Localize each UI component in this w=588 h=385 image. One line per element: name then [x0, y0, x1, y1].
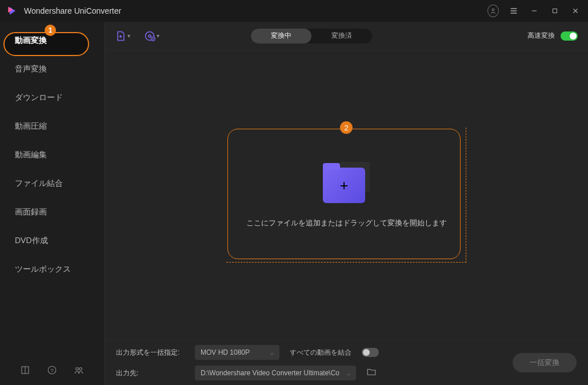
svg-point-9 — [149, 34, 151, 37]
sidebar-item-label: ファイル結合 — [15, 178, 63, 189]
user-icon — [490, 7, 497, 14]
disc-icon — [144, 30, 155, 42]
chevron-down-icon: ⌵ — [347, 370, 350, 376]
folder-icon — [366, 367, 377, 377]
sidebar-item-record[interactable]: 画面録画 — [0, 198, 104, 227]
add-file-button[interactable]: ▾ — [115, 30, 130, 42]
close-button[interactable] — [570, 5, 581, 17]
app-title: Wondershare UniConverter — [24, 6, 487, 15]
output-path-select[interactable]: D:\Wondershare Video Converter Ultimate\… — [195, 366, 356, 380]
add-file-icon — [115, 30, 126, 42]
maximize-button[interactable] — [549, 5, 561, 17]
sidebar-item-label: 動画圧縮 — [15, 121, 47, 132]
chevron-down-icon: ▾ — [127, 33, 130, 39]
sidebar-item-dvd[interactable]: DVD作成 — [0, 227, 104, 255]
svg-text:?: ? — [50, 367, 54, 374]
sidebar-item-label: DVD作成 — [15, 236, 48, 246]
sidebar-item-download[interactable]: ダウンロード — [0, 84, 104, 112]
app-logo-icon — [7, 5, 18, 17]
merge-label: すべての動画を結合 — [290, 348, 351, 358]
sidebar-item-label: ダウンロード — [15, 93, 63, 103]
sidebar-item-label: 動画変換 — [15, 35, 47, 46]
chevron-down-icon: ▾ — [157, 33, 159, 39]
sidebar-item-edit[interactable]: 動画編集 — [0, 141, 104, 169]
status-tabs: 変換中 変換済 — [251, 29, 372, 43]
sidebar-item-toolbox[interactable]: ツールボックス — [0, 255, 104, 284]
sidebar-item-audio-convert[interactable]: 音声変換 — [0, 55, 104, 84]
dropzone[interactable]: 2 + ここにファイルを追加またはドラッグして変換を開始します — [226, 128, 466, 263]
svg-rect-1 — [553, 9, 557, 13]
toolbar: ▾ ▾ 変換中 変換済 高速変換 — [105, 22, 588, 50]
book-icon — [20, 365, 30, 375]
output-path-value: D:\Wondershare Video Converter Ultimate\… — [201, 369, 339, 377]
sidebar: 1 動画変換 音声変換 ダウンロード 動画圧縮 動画編集 ファイル結合 画面録画… — [0, 22, 105, 385]
maximize-icon — [551, 7, 558, 14]
output-format-value: MOV HD 1080P — [201, 348, 250, 356]
footer: 出力形式を一括指定: MOV HD 1080P ⌵ すべての動画を結合 出力先:… — [105, 340, 588, 385]
minimize-icon — [530, 7, 538, 15]
titlebar: Wondershare UniConverter — [0, 0, 588, 22]
convert-all-button[interactable]: 一括変換 — [513, 353, 577, 372]
help-icon: ? — [47, 365, 57, 375]
tab-converting[interactable]: 変換中 — [251, 29, 311, 43]
sidebar-item-merge[interactable]: ファイル結合 — [0, 169, 104, 198]
account-button[interactable] — [487, 5, 499, 17]
step-badge-1: 1 — [45, 25, 56, 36]
add-disc-button[interactable]: ▾ — [144, 30, 159, 42]
sidebar-item-label: 音声変換 — [15, 64, 47, 74]
sidebar-item-label: ツールボックス — [15, 264, 71, 275]
output-format-label: 出力形式を一括指定: — [116, 348, 185, 358]
community-button[interactable] — [74, 365, 84, 378]
sidebar-item-label: 画面録画 — [15, 207, 47, 217]
close-icon — [571, 7, 579, 15]
hamburger-icon — [509, 6, 518, 15]
high-speed-label: 高速変換 — [527, 31, 555, 41]
output-path-label: 出力先: — [116, 368, 185, 378]
chevron-down-icon: ⌵ — [270, 350, 274, 356]
help-button[interactable]: ? — [47, 365, 57, 378]
dropzone-text: ここにファイルを追加またはドラッグして変換を開始します — [246, 218, 447, 228]
output-format-select[interactable]: MOV HD 1080P ⌵ — [195, 345, 279, 360]
sidebar-item-compress[interactable]: 動画圧縮 — [0, 112, 104, 141]
merge-toggle[interactable] — [362, 348, 379, 357]
sidebar-item-video-convert[interactable]: 1 動画変換 — [0, 26, 104, 55]
minimize-button[interactable] — [529, 5, 540, 17]
svg-point-7 — [79, 368, 82, 371]
open-folder-button[interactable] — [366, 367, 377, 379]
people-icon — [74, 365, 84, 375]
svg-point-0 — [492, 9, 494, 11]
sidebar-item-label: 動画編集 — [15, 150, 47, 160]
high-speed-toggle[interactable] — [561, 31, 578, 41]
menu-button[interactable] — [508, 5, 519, 17]
svg-point-6 — [76, 368, 79, 371]
tab-converted[interactable]: 変換済 — [311, 29, 372, 43]
tutorial-button[interactable] — [20, 365, 30, 378]
add-folder-icon: + — [323, 162, 370, 203]
step-badge-2: 2 — [340, 121, 353, 134]
